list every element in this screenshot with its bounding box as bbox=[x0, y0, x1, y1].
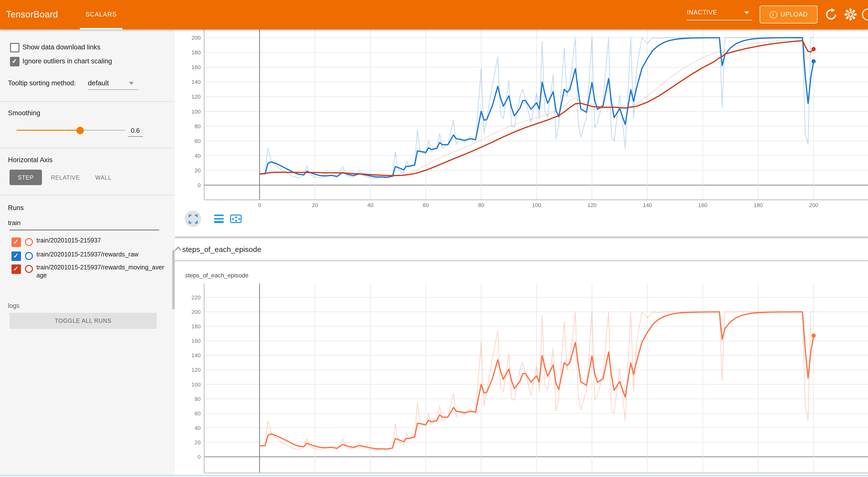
run-checkbox[interactable] bbox=[11, 251, 21, 261]
run-color-swatch-icon bbox=[25, 252, 33, 260]
runs-heading: Runs bbox=[8, 204, 24, 212]
rewards-chart-card: 0204060801001201401601802000204060801001… bbox=[175, 29, 868, 236]
svg-text:160: 160 bbox=[191, 338, 200, 344]
svg-text:220: 220 bbox=[191, 294, 200, 300]
rewards-chart[interactable]: 0204060801001201401601802000204060801001… bbox=[175, 29, 868, 236]
tooltip-sorting-select[interactable]: default bbox=[88, 79, 109, 87]
runs-filter-input[interactable] bbox=[8, 219, 158, 226]
toggle-all-runs-button[interactable]: TOGGLE ALL RUNS bbox=[9, 313, 157, 329]
svg-text:180: 180 bbox=[191, 323, 200, 329]
refresh-icon[interactable] bbox=[825, 8, 838, 21]
smoothing-label: Smoothing bbox=[8, 109, 40, 117]
ignore-outliers-label: Ignore outliers in chart scaling bbox=[23, 57, 112, 65]
run-label: train/20201015-215937/rewards_moving_ave… bbox=[36, 264, 165, 279]
sidebar-scrollbar[interactable] bbox=[172, 250, 175, 309]
svg-text:40: 40 bbox=[195, 424, 200, 431]
svg-text:80: 80 bbox=[195, 123, 200, 129]
svg-text:20: 20 bbox=[195, 167, 200, 173]
run-checkbox[interactable] bbox=[11, 264, 21, 274]
svg-text:160: 160 bbox=[698, 202, 708, 208]
svg-text:100: 100 bbox=[532, 202, 541, 208]
svg-text:180: 180 bbox=[191, 50, 200, 56]
axis-step-button[interactable]: STEP bbox=[9, 170, 42, 185]
svg-text:140: 140 bbox=[643, 202, 652, 208]
tab-active-underline bbox=[80, 28, 122, 29]
runs-filter-underline bbox=[9, 229, 159, 230]
tooltip-sorting-label: Tooltip sorting method: bbox=[8, 80, 76, 87]
horizontal-axis-label: Horizontal Axis bbox=[8, 156, 53, 164]
svg-text:80: 80 bbox=[478, 202, 484, 208]
svg-text:0: 0 bbox=[258, 202, 261, 208]
smoothing-slider-fill bbox=[17, 130, 80, 131]
section-title: steps_of_each_episode bbox=[182, 245, 261, 253]
svg-text:140: 140 bbox=[191, 352, 200, 358]
gear-icon[interactable] bbox=[844, 8, 857, 21]
chevron-down-icon bbox=[744, 11, 749, 14]
divider bbox=[0, 195, 175, 195]
svg-text:20: 20 bbox=[312, 202, 318, 208]
run-color-swatch-icon bbox=[25, 265, 33, 273]
svg-text:160: 160 bbox=[191, 64, 200, 70]
info-icon: i bbox=[770, 11, 777, 18]
data-series-list-icon[interactable] bbox=[214, 215, 224, 223]
svg-text:60: 60 bbox=[195, 138, 200, 144]
status-dropdown[interactable]: INACTIVE bbox=[687, 6, 752, 21]
account-icon[interactable] bbox=[862, 8, 868, 21]
upload-button[interactable]: i UPLOAD bbox=[760, 5, 817, 24]
divider bbox=[0, 148, 175, 148]
run-label: train/20201015-215937/rewards_raw bbox=[36, 251, 165, 259]
svg-text:200: 200 bbox=[809, 202, 818, 208]
axis-relative-button[interactable]: RELATIVE bbox=[46, 170, 85, 185]
svg-text:60: 60 bbox=[195, 410, 200, 416]
run-row[interactable]: train/20201015-215937/rewards_moving_ave… bbox=[0, 264, 175, 281]
svg-text:140: 140 bbox=[191, 79, 200, 85]
ignore-outliers-checkbox[interactable] bbox=[10, 57, 20, 66]
section-header-steps[interactable]: steps_of_each_episode bbox=[175, 238, 868, 260]
svg-text:120: 120 bbox=[191, 367, 200, 373]
main-content: 0204060801001201401601802000204060801001… bbox=[175, 0, 868, 477]
svg-text:100: 100 bbox=[191, 108, 200, 115]
svg-text:200: 200 bbox=[191, 35, 200, 41]
tab-scalars[interactable]: SCALARS bbox=[80, 0, 122, 29]
run-color-swatch-icon bbox=[25, 238, 33, 246]
run-checkbox[interactable] bbox=[11, 237, 21, 247]
show-download-checkbox[interactable] bbox=[10, 43, 20, 53]
svg-text:20: 20 bbox=[195, 439, 200, 445]
svg-text:180: 180 bbox=[754, 202, 763, 208]
select-underline bbox=[88, 89, 138, 90]
chevron-down-icon[interactable] bbox=[129, 82, 134, 85]
svg-text:0: 0 bbox=[198, 453, 200, 460]
chevron-up-icon[interactable] bbox=[175, 246, 182, 251]
axis-wall-button[interactable]: WALL bbox=[89, 170, 118, 185]
svg-text:40: 40 bbox=[367, 202, 373, 208]
fit-domain-icon[interactable] bbox=[230, 215, 242, 223]
bottom-strip bbox=[0, 475, 868, 477]
smoothing-slider-thumb[interactable] bbox=[76, 126, 84, 134]
steps-chart-card: steps_of_each_episode 020406080100120140… bbox=[175, 261, 868, 475]
tab-scalars-label: SCALARS bbox=[85, 11, 117, 18]
app-header: TensorBoard SCALARS INACTIVE i UPLOAD bbox=[0, 0, 868, 29]
svg-text:0: 0 bbox=[198, 182, 200, 188]
smoothing-value-underline bbox=[128, 136, 143, 137]
smoothing-value[interactable]: 0.6 bbox=[128, 127, 143, 134]
svg-text:120: 120 bbox=[588, 202, 597, 208]
svg-text:120: 120 bbox=[191, 94, 200, 100]
runs-footer-label: logs bbox=[8, 303, 20, 309]
app-title: TensorBoard bbox=[6, 0, 58, 29]
divider bbox=[0, 101, 175, 102]
svg-text:40: 40 bbox=[195, 153, 200, 159]
steps-chart[interactable]: 020406080100120140160180200220 bbox=[175, 261, 868, 475]
expand-chart-icon[interactable] bbox=[188, 214, 197, 223]
settings-sidebar: Show data download links Ignore outliers… bbox=[0, 29, 175, 475]
svg-text:100: 100 bbox=[191, 381, 200, 387]
svg-text:80: 80 bbox=[195, 396, 200, 402]
run-label: train/20201015-215937 bbox=[36, 237, 165, 245]
status-label: INACTIVE bbox=[687, 9, 717, 16]
show-download-label: Show data download links bbox=[23, 43, 100, 51]
upload-button-label: UPLOAD bbox=[781, 11, 808, 18]
svg-text:60: 60 bbox=[423, 202, 429, 208]
svg-text:200: 200 bbox=[191, 309, 200, 315]
